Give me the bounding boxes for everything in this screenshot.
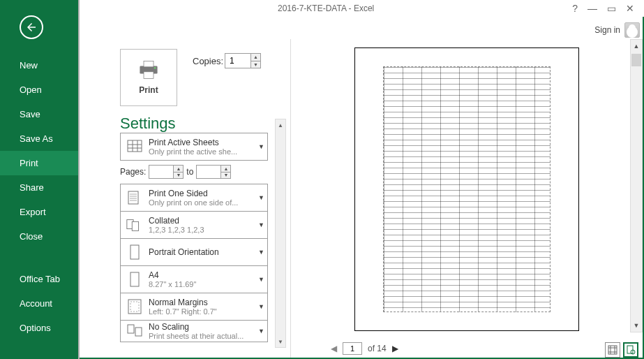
- preview-grid: [383, 66, 551, 312]
- minimize-button[interactable]: —: [587, 3, 597, 14]
- chevron-down-icon: ▼: [258, 303, 264, 310]
- option-scaling[interactable]: No ScalingPrint sheets at their actual..…: [120, 320, 268, 342]
- sidebar-item-label: Close: [20, 231, 43, 242]
- option-line2: Only print on one side of...: [149, 198, 255, 207]
- option-line2: Print sheets at their actual...: [149, 332, 255, 340]
- option-print-active-sheets[interactable]: Print Active SheetsOnly print the active…: [120, 133, 268, 161]
- svg-rect-20: [128, 325, 134, 333]
- svg-rect-1: [144, 61, 153, 66]
- sidebar-item-new[interactable]: New: [0, 53, 78, 78]
- pages-to-up[interactable]: ▲: [220, 166, 230, 173]
- portrait-icon: [125, 242, 144, 263]
- option-line1: A4: [149, 270, 255, 280]
- option-line1: Collated: [149, 216, 255, 226]
- sidebar-item-label: Share: [20, 182, 44, 193]
- sidebar-item-label: Open: [20, 85, 42, 95]
- printer-icon: [137, 60, 160, 80]
- svg-rect-9: [128, 191, 138, 204]
- paper-icon: [125, 269, 144, 290]
- pages-from-up[interactable]: ▲: [173, 166, 183, 173]
- zoom-page-icon: [626, 345, 636, 355]
- chevron-down-icon: ▼: [258, 221, 264, 228]
- option-collated[interactable]: Collated1,2,3 1,2,3 1,2,3 ▼: [120, 211, 268, 239]
- scroll-up-icon[interactable]: ▲: [631, 40, 642, 52]
- zoom-to-page-button[interactable]: [623, 342, 638, 358]
- svg-rect-22: [608, 346, 617, 354]
- page-of-label: of 14: [368, 344, 387, 353]
- pages-label: Pages:: [120, 167, 146, 177]
- option-one-sided[interactable]: Print One SidedOnly print on one side of…: [120, 184, 268, 212]
- scroll-down-icon[interactable]: ▼: [276, 336, 285, 347]
- pages-to-label: to: [186, 167, 193, 177]
- svg-rect-4: [128, 140, 142, 152]
- help-button[interactable]: ?: [572, 3, 578, 14]
- settings-scrollbar[interactable]: ▲ ▼: [275, 119, 286, 348]
- chevron-down-icon: ▼: [258, 276, 264, 283]
- window-title: 2016-7-KTE-DATA - Excel: [80, 3, 572, 13]
- collated-icon: [125, 214, 144, 235]
- option-line1: Portrait Orientation: [149, 247, 255, 257]
- svg-point-3: [154, 67, 156, 69]
- option-orientation[interactable]: Portrait Orientation ▼: [120, 238, 268, 266]
- sidebar-item-close[interactable]: Close: [0, 224, 78, 249]
- next-page-button[interactable]: ▶: [392, 344, 398, 353]
- svg-rect-16: [130, 245, 139, 259]
- sidebar-item-options[interactable]: Options: [0, 316, 78, 340]
- option-margins[interactable]: Normal MarginsLeft: 0.7" Right: 0.7" ▼: [120, 293, 268, 321]
- show-margins-button[interactable]: [605, 342, 620, 358]
- scroll-up-icon[interactable]: ▲: [276, 119, 285, 131]
- settings-header: Settings: [120, 115, 176, 133]
- pages-row: Pages: ▲▼ to ▲▼: [120, 163, 268, 180]
- prev-page-button[interactable]: ◀: [331, 344, 337, 353]
- chevron-down-icon: ▼: [258, 143, 264, 150]
- chevron-down-icon: ▼: [258, 328, 264, 335]
- scroll-down-icon[interactable]: ▼: [631, 319, 642, 332]
- avatar-icon: [624, 22, 640, 38]
- current-page-input[interactable]: [343, 342, 362, 355]
- copies-spin-up[interactable]: ▲: [250, 54, 260, 61]
- option-line2: 1,2,3 1,2,3 1,2,3: [149, 226, 255, 234]
- pages-from-down[interactable]: ▼: [173, 173, 183, 179]
- svg-rect-15: [132, 221, 138, 230]
- sidebar-item-print[interactable]: Print: [0, 151, 78, 175]
- sidebar-item-open[interactable]: Open: [0, 78, 78, 102]
- maximize-button[interactable]: ▭: [607, 3, 616, 14]
- title-bar: 2016-7-KTE-DATA - Excel ? — ▭ ✕: [80, 0, 644, 17]
- option-paper-size[interactable]: A48.27" x 11.69" ▼: [120, 265, 268, 293]
- sidebar-item-save-as[interactable]: Save As: [0, 126, 78, 151]
- sidebar-item-share[interactable]: Share: [0, 175, 78, 200]
- sidebar-item-office-tab[interactable]: Office Tab: [0, 267, 78, 291]
- copies-spin-down[interactable]: ▼: [250, 61, 260, 68]
- one-sided-icon: [125, 187, 144, 208]
- sidebar-item-account[interactable]: Account: [0, 291, 78, 316]
- print-button[interactable]: Print: [120, 49, 177, 106]
- scaling-icon: [125, 321, 144, 342]
- back-button[interactable]: [20, 15, 43, 39]
- sidebar-item-label: Export: [20, 207, 46, 217]
- sidebar-item-label: New: [20, 60, 38, 71]
- margins-icon: [125, 296, 144, 317]
- svg-rect-27: [627, 346, 633, 353]
- sidebar-item-label: Options: [20, 323, 51, 333]
- sign-in-area[interactable]: Sign in: [594, 22, 640, 38]
- arrow-left-icon: [25, 21, 38, 34]
- pages-to-down[interactable]: ▼: [220, 173, 230, 179]
- preview-scrollbar[interactable]: ▲ ▼: [630, 39, 643, 332]
- scroll-thumb[interactable]: [631, 54, 641, 66]
- option-line2: Left: 0.7" Right: 0.7": [149, 307, 255, 316]
- svg-rect-2: [144, 72, 153, 79]
- sidebar-item-export[interactable]: Export: [0, 200, 78, 224]
- option-line2: 8.27" x 11.69": [149, 280, 255, 288]
- sidebar-item-label: Save As: [20, 133, 53, 144]
- copies-label: Copies:: [193, 56, 223, 66]
- sidebar-item-label: Save: [20, 109, 40, 119]
- svg-rect-21: [135, 328, 142, 336]
- sign-in-label: Sign in: [594, 25, 620, 35]
- preview-page: [354, 47, 579, 331]
- close-button[interactable]: ✕: [626, 3, 634, 14]
- sidebar-item-save[interactable]: Save: [0, 102, 78, 126]
- option-line1: Normal Margins: [149, 298, 255, 307]
- sheets-icon: [125, 136, 144, 157]
- option-line2: Only print the active she...: [149, 147, 255, 156]
- page-navigator: ◀ of 14 ▶: [331, 339, 398, 358]
